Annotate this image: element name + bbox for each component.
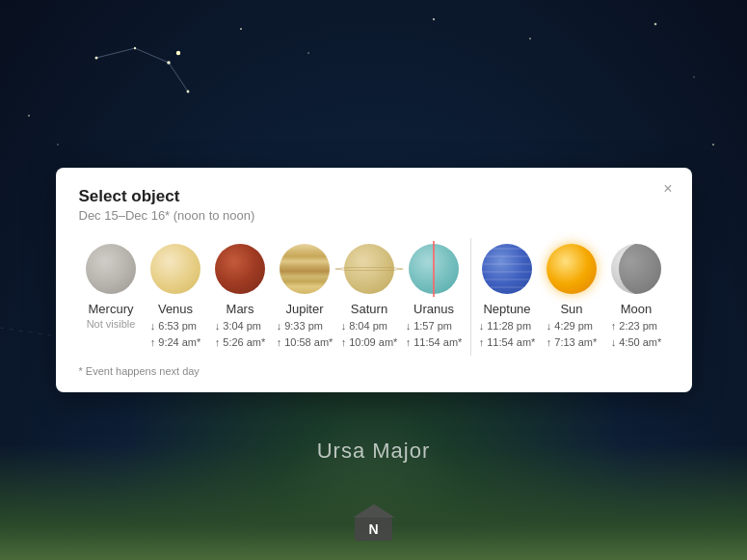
moon-shadow [619, 244, 661, 294]
uranus-name: Uranus [414, 302, 454, 316]
planet-item-uranus[interactable]: Uranus ↓ 1:57 pm ↑ 11:54 am* [402, 238, 467, 356]
jupiter-icon [280, 244, 330, 294]
uranus-container [409, 244, 459, 294]
planet-item-sun[interactable]: Sun ↓ 4:29 pm ↑ 7:13 am* [540, 238, 604, 356]
saturn-name: Saturn [351, 302, 387, 316]
sun-icon [547, 244, 597, 294]
mercury-name: Mercury [89, 302, 134, 316]
select-object-modal: × Select object Dec 15–Dec 16* (noon to … [56, 168, 692, 392]
neptune-name: Neptune [483, 302, 530, 316]
neptune-stripes [482, 244, 532, 294]
planet-item-jupiter[interactable]: Jupiter ↓ 9:33 pm ↑ 10:58 am* [273, 238, 337, 356]
jupiter-times: ↓ 9:33 pm ↑ 10:58 am* [277, 318, 333, 350]
venus-name: Venus [158, 302, 193, 316]
modal-title: Select object [79, 187, 669, 206]
footnote: * Event happens next day [79, 365, 669, 377]
planet-item-mercury[interactable]: Mercury Not visible [79, 238, 144, 337]
planet-grid: Mercury Not visible Venus ↓ 6:53 pm ↑ 9:… [79, 238, 669, 356]
mercury-icon [86, 244, 136, 294]
modal-overlay: × Select object Dec 15–Dec 16* (noon to … [0, 0, 747, 560]
mars-times: ↓ 3:04 pm ↑ 5:26 am* [215, 318, 266, 350]
mars-name: Mars [227, 302, 254, 316]
venus-icon [150, 244, 200, 294]
neptune-container [482, 244, 532, 294]
moon-times: ↑ 2:23 pm ↓ 4:50 am* [611, 318, 662, 350]
sun-name: Sun [560, 302, 582, 316]
neptune-times: ↓ 11:28 pm ↑ 11:54 am* [479, 318, 536, 350]
divider [470, 238, 471, 356]
moon-icon [611, 244, 661, 294]
saturn-icon [344, 244, 394, 294]
planet-item-neptune[interactable]: Neptune ↓ 11:28 pm ↑ 11:54 am* [475, 238, 540, 356]
planet-item-moon[interactable]: Moon ↑ 2:23 pm ↓ 4:50 am* [604, 238, 669, 356]
venus-times: ↓ 6:53 pm ↑ 9:24 am* [150, 318, 201, 350]
planet-item-venus[interactable]: Venus ↓ 6:53 pm ↑ 9:24 am* [144, 238, 208, 356]
moon-name: Moon [621, 302, 653, 316]
moon-container [611, 244, 661, 294]
mercury-status: Not visible [87, 318, 136, 330]
neptune-icon [482, 244, 532, 294]
saturn-container [344, 244, 394, 294]
uranus-line-icon [433, 241, 435, 297]
saturn-times: ↓ 8:04 pm ↑ 10:09 am* [341, 318, 398, 350]
sun-times: ↓ 4:29 pm ↑ 7:13 am* [547, 318, 598, 350]
planet-item-mars[interactable]: Mars ↓ 3:04 pm ↑ 5:26 am* [208, 238, 273, 356]
jupiter-name: Jupiter [285, 302, 323, 316]
mars-icon [215, 244, 265, 294]
modal-subtitle: Dec 15–Dec 16* (noon to noon) [79, 208, 669, 223]
planet-item-saturn[interactable]: Saturn ↓ 8:04 pm ↑ 10:09 am* [337, 238, 402, 356]
close-button[interactable]: × [657, 179, 678, 199]
uranus-times: ↓ 1:57 pm ↑ 11:54 am* [406, 318, 463, 350]
